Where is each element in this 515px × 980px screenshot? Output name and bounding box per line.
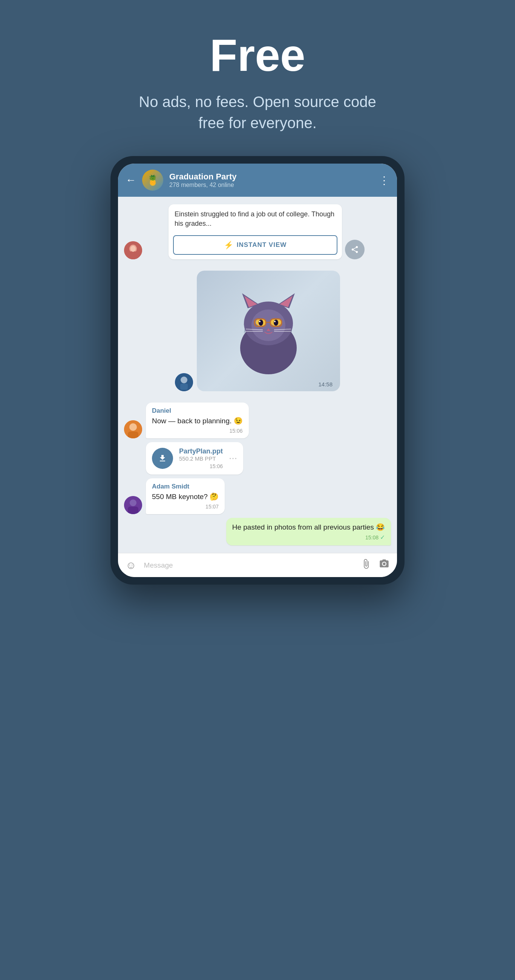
svg-point-5	[180, 377, 187, 383]
bubble-adam: Adam Smidt 550 MB keynote? 🤔 15:07	[146, 478, 225, 514]
read-receipt-icon: ✓	[380, 534, 385, 541]
message-text-adam: 550 MB keynote? 🤔	[152, 492, 218, 502]
svg-point-17	[274, 320, 278, 326]
sticker-row: A = πr² V = l³ P = 2πr s = √(r²+h²) A = …	[175, 270, 340, 391]
camera-button[interactable]	[379, 558, 389, 572]
message-text-self: He pasted in photos from all previous pa…	[232, 522, 385, 533]
group-meta: 278 members, 42 online	[169, 182, 373, 188]
bubble-self: He pasted in photos from all previous pa…	[226, 518, 391, 546]
input-bar: ☺ Message	[118, 553, 397, 577]
svg-point-16	[258, 320, 263, 326]
hero-subtitle: No ads, no fees. Open source code free f…	[126, 91, 389, 134]
sticker-image: A = πr² V = l³ P = 2πr s = √(r²+h²) A = …	[197, 270, 340, 391]
message-row-daniel: Daniel Now — back to planning. 😉 15:06	[124, 402, 391, 438]
messages-area: Einstein struggled to find a job out of …	[118, 197, 397, 553]
avatar-user1	[124, 241, 142, 259]
emoji-button[interactable]: ☺	[126, 559, 137, 571]
sticker-timestamp: 14:58	[318, 381, 333, 388]
message-row-adam: Adam Smidt 550 MB keynote? 🤔 15:07	[124, 478, 391, 514]
sender-daniel: Daniel	[152, 407, 243, 415]
sticker-area: A = πr² V = l³ P = 2πr s = √(r²+h²) A = …	[124, 263, 391, 399]
message-row-file: PartyPlan.ppt 550.2 MB PPT 15:06 ⋯	[124, 442, 391, 474]
svg-point-19	[274, 321, 276, 322]
back-button[interactable]: ←	[126, 174, 136, 186]
lightning-icon: ⚡	[224, 240, 234, 250]
more-options-button[interactable]: ⋮	[379, 174, 389, 186]
svg-point-32	[130, 500, 137, 506]
message-row-self: He pasted in photos from all previous pa…	[124, 518, 391, 546]
share-button[interactable]	[345, 240, 365, 259]
article-preview-text: Einstein struggled to find a job out of …	[169, 204, 342, 232]
article-message-row: Einstein struggled to find a job out of …	[124, 204, 391, 259]
download-button[interactable]	[152, 448, 173, 469]
file-name: PartyPlan.ppt	[179, 447, 223, 455]
instant-view-label: INSTANT VIEW	[237, 241, 287, 249]
message-input[interactable]: Message	[144, 561, 353, 570]
timestamp-file: 15:06	[179, 463, 223, 469]
avatar-daniel	[124, 420, 142, 438]
hero-title: Free	[210, 30, 305, 80]
bubble-daniel: Daniel Now — back to planning. 😉 15:06	[146, 402, 249, 438]
file-attachment-bubble: PartyPlan.ppt 550.2 MB PPT 15:06 ⋯	[146, 442, 243, 474]
avatar-user2	[175, 373, 193, 391]
timestamp-adam: 15:07	[152, 504, 218, 510]
message-text-daniel: Now — back to planning. 😉	[152, 416, 243, 426]
timestamp-self: 15:08 ✓	[232, 534, 385, 541]
article-card: Einstein struggled to find a job out of …	[169, 204, 342, 259]
chat-header: ← 🍍 Graduation Party 278 members, 42 onl…	[118, 164, 397, 197]
avatar-adam	[124, 496, 142, 514]
file-size: 550.2 MB PPT	[179, 455, 223, 462]
file-info: PartyPlan.ppt 550.2 MB PPT 15:06	[179, 447, 223, 469]
svg-point-18	[259, 321, 260, 322]
timestamp-daniel: 15:06	[152, 428, 243, 434]
hero-section: Free No ads, no fees. Open source code f…	[0, 0, 515, 156]
file-more-button[interactable]: ⋯	[229, 453, 237, 463]
svg-rect-30	[128, 431, 139, 438]
attach-button[interactable]	[361, 558, 372, 572]
group-avatar: 🍍	[142, 170, 163, 191]
group-name: Graduation Party	[169, 172, 373, 182]
svg-rect-33	[128, 507, 139, 514]
svg-rect-6	[180, 384, 188, 390]
phone-device: ← 🍍 Graduation Party 278 members, 42 onl…	[110, 156, 405, 585]
svg-point-3	[131, 246, 136, 252]
svg-point-29	[129, 423, 137, 431]
sender-adam: Adam Smidt	[152, 483, 218, 490]
instant-view-button[interactable]: ⚡ INSTANT VIEW	[173, 235, 337, 255]
phone-screen: ← 🍍 Graduation Party 278 members, 42 onl…	[118, 164, 397, 577]
group-info: Graduation Party 278 members, 42 online	[169, 172, 373, 188]
